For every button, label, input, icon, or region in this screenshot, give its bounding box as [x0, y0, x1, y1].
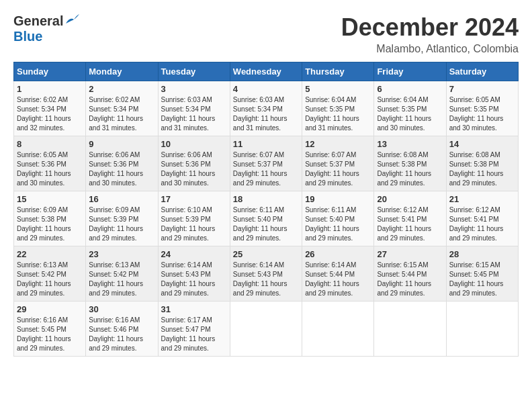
day-info: Sunrise: 6:09 AMSunset: 5:38 PMDaylight:…: [17, 205, 83, 243]
day-info: Sunrise: 6:06 AMSunset: 5:36 PMDaylight:…: [161, 150, 227, 188]
logo-bird-icon: [64, 14, 79, 26]
calendar-cell: 28Sunrise: 6:15 AMSunset: 5:45 PMDayligh…: [446, 246, 518, 302]
day-number: 28: [449, 249, 515, 259]
calendar-cell: 16Sunrise: 6:09 AMSunset: 5:39 PMDayligh…: [86, 191, 158, 246]
calendar-cell: 31Sunrise: 6:17 AMSunset: 5:47 PMDayligh…: [158, 302, 230, 357]
day-info: Sunrise: 6:03 AMSunset: 5:34 PMDaylight:…: [233, 95, 299, 133]
calendar-cell: 4Sunrise: 6:03 AMSunset: 5:34 PMDaylight…: [230, 81, 302, 136]
day-info: Sunrise: 6:04 AMSunset: 5:35 PMDaylight:…: [377, 95, 443, 133]
day-info: Sunrise: 6:16 AMSunset: 5:45 PMDaylight:…: [17, 316, 83, 353]
day-info: Sunrise: 6:02 AMSunset: 5:34 PMDaylight:…: [17, 95, 83, 133]
day-number: 6: [377, 84, 443, 94]
day-number: 7: [449, 84, 515, 94]
day-info: Sunrise: 6:12 AMSunset: 5:41 PMDaylight:…: [449, 205, 515, 243]
calendar-cell: [374, 302, 446, 357]
calendar-cell: 17Sunrise: 6:10 AMSunset: 5:39 PMDayligh…: [158, 191, 230, 246]
title-section: December 2024 Malambo, Atlantico, Colomb…: [341, 13, 519, 55]
weekday-header-monday: Monday: [86, 62, 158, 81]
day-info: Sunrise: 6:11 AMSunset: 5:40 PMDaylight:…: [305, 205, 371, 243]
day-info: Sunrise: 6:02 AMSunset: 5:34 PMDaylight:…: [89, 95, 154, 133]
calendar-cell: 15Sunrise: 6:09 AMSunset: 5:38 PMDayligh…: [14, 191, 86, 246]
day-info: Sunrise: 6:11 AMSunset: 5:40 PMDaylight:…: [233, 205, 299, 243]
day-info: Sunrise: 6:05 AMSunset: 5:35 PMDaylight:…: [449, 95, 515, 133]
day-number: 14: [449, 139, 515, 149]
day-number: 16: [89, 194, 154, 204]
calendar-cell: [230, 302, 302, 357]
page-header: General Blue December 2024 Malambo, Atla…: [13, 13, 519, 55]
day-info: Sunrise: 6:03 AMSunset: 5:34 PMDaylight:…: [161, 95, 227, 133]
day-info: Sunrise: 6:13 AMSunset: 5:42 PMDaylight:…: [17, 261, 83, 298]
day-info: Sunrise: 6:08 AMSunset: 5:38 PMDaylight:…: [377, 150, 443, 188]
calendar-week-4: 22Sunrise: 6:13 AMSunset: 5:42 PMDayligh…: [14, 246, 519, 302]
logo-blue-text: Blue: [13, 29, 42, 44]
day-number: 1: [17, 84, 83, 94]
day-number: 2: [89, 84, 154, 94]
day-info: Sunrise: 6:15 AMSunset: 5:44 PMDaylight:…: [377, 261, 443, 298]
day-number: 8: [17, 139, 83, 149]
day-number: 3: [161, 84, 227, 94]
day-number: 17: [161, 194, 227, 204]
weekday-header-sunday: Sunday: [14, 62, 86, 81]
day-number: 19: [305, 194, 371, 204]
day-number: 23: [89, 249, 154, 259]
month-title: December 2024: [341, 13, 519, 42]
day-number: 31: [161, 304, 227, 314]
calendar-cell: 23Sunrise: 6:13 AMSunset: 5:42 PMDayligh…: [86, 246, 158, 302]
day-number: 10: [161, 139, 227, 149]
day-number: 15: [17, 194, 83, 204]
day-number: 29: [17, 304, 83, 314]
calendar-week-2: 8Sunrise: 6:05 AMSunset: 5:36 PMDaylight…: [14, 136, 519, 191]
day-number: 18: [233, 194, 299, 204]
day-info: Sunrise: 6:05 AMSunset: 5:36 PMDaylight:…: [17, 150, 83, 188]
logo-block: General Blue: [13, 13, 79, 44]
weekday-header-thursday: Thursday: [302, 62, 374, 81]
day-info: Sunrise: 6:14 AMSunset: 5:43 PMDaylight:…: [161, 261, 227, 298]
day-info: Sunrise: 6:09 AMSunset: 5:39 PMDaylight:…: [89, 205, 154, 243]
calendar-cell: 21Sunrise: 6:12 AMSunset: 5:41 PMDayligh…: [446, 191, 518, 246]
calendar-week-1: 1Sunrise: 6:02 AMSunset: 5:34 PMDaylight…: [14, 81, 519, 136]
day-number: 25: [233, 249, 299, 259]
day-info: Sunrise: 6:10 AMSunset: 5:39 PMDaylight:…: [161, 205, 227, 243]
calendar-cell: 14Sunrise: 6:08 AMSunset: 5:38 PMDayligh…: [446, 136, 518, 191]
weekday-header-friday: Friday: [374, 62, 446, 81]
calendar-cell: 10Sunrise: 6:06 AMSunset: 5:36 PMDayligh…: [158, 136, 230, 191]
weekday-row: SundayMondayTuesdayWednesdayThursdayFrid…: [14, 62, 519, 81]
calendar-cell: 1Sunrise: 6:02 AMSunset: 5:34 PMDaylight…: [14, 81, 86, 136]
day-info: Sunrise: 6:08 AMSunset: 5:38 PMDaylight:…: [449, 150, 515, 188]
weekday-header-wednesday: Wednesday: [230, 62, 302, 81]
day-info: Sunrise: 6:14 AMSunset: 5:43 PMDaylight:…: [233, 261, 299, 298]
day-number: 12: [305, 139, 371, 149]
calendar-cell: 9Sunrise: 6:06 AMSunset: 5:36 PMDaylight…: [86, 136, 158, 191]
calendar-cell: 11Sunrise: 6:07 AMSunset: 5:37 PMDayligh…: [230, 136, 302, 191]
calendar-cell: 20Sunrise: 6:12 AMSunset: 5:41 PMDayligh…: [374, 191, 446, 246]
calendar-cell: 22Sunrise: 6:13 AMSunset: 5:42 PMDayligh…: [14, 246, 86, 302]
calendar-cell: 13Sunrise: 6:08 AMSunset: 5:38 PMDayligh…: [374, 136, 446, 191]
calendar-cell: 25Sunrise: 6:14 AMSunset: 5:43 PMDayligh…: [230, 246, 302, 302]
day-info: Sunrise: 6:15 AMSunset: 5:45 PMDaylight:…: [449, 261, 515, 298]
logo: General Blue: [13, 13, 79, 44]
calendar-cell: 18Sunrise: 6:11 AMSunset: 5:40 PMDayligh…: [230, 191, 302, 246]
day-info: Sunrise: 6:07 AMSunset: 5:37 PMDaylight:…: [305, 150, 371, 188]
day-number: 22: [17, 249, 83, 259]
location-title: Malambo, Atlantico, Colombia: [341, 43, 519, 55]
day-number: 27: [377, 249, 443, 259]
day-info: Sunrise: 6:13 AMSunset: 5:42 PMDaylight:…: [89, 261, 154, 298]
calendar-cell: 27Sunrise: 6:15 AMSunset: 5:44 PMDayligh…: [374, 246, 446, 302]
day-number: 21: [449, 194, 515, 204]
calendar-cell: 3Sunrise: 6:03 AMSunset: 5:34 PMDaylight…: [158, 81, 230, 136]
calendar-cell: 24Sunrise: 6:14 AMSunset: 5:43 PMDayligh…: [158, 246, 230, 302]
weekday-header-saturday: Saturday: [446, 62, 518, 81]
calendar-week-5: 29Sunrise: 6:16 AMSunset: 5:45 PMDayligh…: [14, 302, 519, 357]
calendar-cell: 30Sunrise: 6:16 AMSunset: 5:46 PMDayligh…: [86, 302, 158, 357]
day-number: 26: [305, 249, 371, 259]
day-number: 24: [161, 249, 227, 259]
day-number: 30: [89, 304, 154, 314]
day-number: 9: [89, 139, 154, 149]
logo-general-text: General: [13, 13, 63, 29]
day-info: Sunrise: 6:17 AMSunset: 5:47 PMDaylight:…: [161, 316, 227, 353]
day-info: Sunrise: 6:16 AMSunset: 5:46 PMDaylight:…: [89, 316, 154, 353]
day-info: Sunrise: 6:06 AMSunset: 5:36 PMDaylight:…: [89, 150, 154, 188]
calendar-cell: 5Sunrise: 6:04 AMSunset: 5:35 PMDaylight…: [302, 81, 374, 136]
day-number: 20: [377, 194, 443, 204]
calendar-cell: 26Sunrise: 6:14 AMSunset: 5:44 PMDayligh…: [302, 246, 374, 302]
